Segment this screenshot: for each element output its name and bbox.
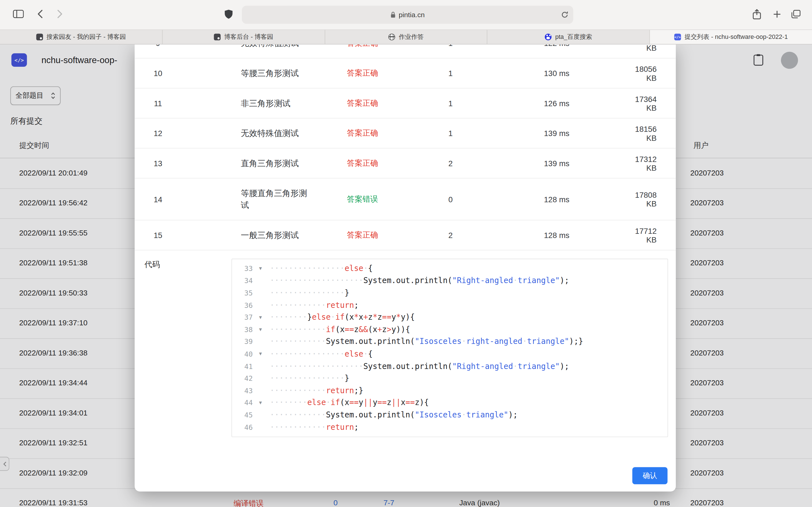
fold-arrow-icon[interactable]: ▾ (253, 350, 268, 357)
browser-tab[interactable]: 搜索园友 - 我的园子 - 博客园 (0, 30, 162, 44)
testcase-id: 15 (135, 231, 181, 239)
submission-detail-modal: 9 无效特殊值测试 答案正确 1 122 ms 18052 KB 10 等腰三角… (135, 45, 676, 492)
testcase-row: 15 一般三角形测试 答案正确 2 128 ms 17712 KB (135, 220, 676, 250)
plus-icon (773, 10, 781, 19)
lock-icon (391, 11, 396, 18)
testcase-id: 10 (135, 69, 181, 77)
code-text: ············return; (268, 422, 359, 432)
fold-arrow-icon[interactable]: ▾ (253, 399, 268, 406)
testcase-name: 无效特殊值测试 (181, 45, 311, 58)
chevron-right-icon (57, 9, 63, 20)
testcase-memory: 18056 KB (626, 64, 675, 82)
tab-favicon (674, 34, 681, 40)
code-text: ············System.out.println("Isoscele… (268, 410, 518, 419)
confirm-button[interactable]: 确认 (632, 467, 668, 485)
testcase-table: 9 无效特殊值测试 答案正确 1 122 ms 18052 KB 10 等腰三角… (135, 45, 676, 250)
testcase-memory: 18052 KB (626, 45, 675, 52)
testcase-time: 122 ms (487, 45, 627, 48)
code-text: ············return;} (268, 386, 363, 395)
back-button[interactable] (32, 7, 48, 22)
testcase-time: 139 ms (487, 129, 627, 137)
code-text: ····················System.out.println("… (268, 276, 569, 285)
sidebar-toggle-button[interactable] (10, 7, 26, 22)
testcase-row: 12 无效特殊值测试 答案正确 1 139 ms 18156 KB (135, 119, 676, 149)
line-number: 44 (232, 399, 253, 407)
code-line: 34 ····················System.out.printl… (232, 275, 668, 287)
tab-title: 博客后台 - 博客园 (224, 33, 273, 41)
browser-tab[interactable]: pta_百度搜索 (487, 30, 649, 44)
testcase-time: 126 ms (487, 99, 627, 108)
line-number: 35 (232, 289, 253, 297)
testcase-status: 答案正确 (311, 98, 414, 108)
code-viewer[interactable]: 33 ▾ ················else·{ 34 ·········… (232, 259, 668, 437)
browser-tab[interactable]: 提交列表 - nchu-software-oop-2022-1 (650, 30, 812, 44)
testcase-memory: 17712 KB (626, 226, 675, 244)
code-line: 43 ············return;} (232, 385, 668, 397)
fold-arrow-icon[interactable]: ▾ (253, 314, 268, 321)
tab-overview-button[interactable] (788, 7, 804, 22)
testcase-row: 9 无效特殊值测试 答案正确 1 122 ms 18052 KB (135, 45, 676, 59)
testcase-memory: 18156 KB (626, 124, 675, 142)
browser-tab[interactable]: 博客后台 - 博客园 (162, 30, 324, 44)
code-label: 代码 (144, 260, 160, 270)
code-text: ····················System.out.println("… (268, 361, 569, 371)
forward-button[interactable] (52, 7, 68, 22)
line-number: 33 (232, 264, 253, 272)
testcase-row: 11 非三角形测试 答案正确 1 126 ms 17364 KB (135, 89, 676, 119)
code-text: ················else·{ (268, 349, 372, 358)
fold-arrow-icon[interactable]: ▾ (253, 326, 268, 333)
testcase-score: 0 (414, 195, 487, 204)
line-number: 36 (232, 301, 253, 309)
line-number: 42 (232, 374, 253, 382)
testcase-memory: 17312 KB (626, 154, 675, 172)
testcase-status: 答案正确 (311, 128, 414, 138)
tab-title: 搜索园友 - 我的园子 - 博客园 (47, 33, 126, 41)
tab-favicon (214, 34, 220, 40)
browser-toolbar: pintia.cn (0, 0, 812, 30)
line-number: 45 (232, 411, 253, 419)
share-button[interactable] (749, 7, 764, 22)
tab-overview-icon (792, 10, 801, 20)
testcase-score: 1 (414, 69, 487, 77)
browser-window: pintia.cn 搜索园友 - 我的园子 - 博客园 博客后台 - 博客园 作… (0, 0, 812, 507)
tab-favicon (545, 34, 552, 40)
tab-favicon (36, 34, 43, 40)
browser-tab[interactable]: 作业作答 (324, 30, 487, 44)
address-bar[interactable]: pintia.cn (242, 6, 573, 24)
privacy-shield-button[interactable] (220, 7, 236, 22)
reload-button[interactable] (561, 11, 569, 19)
testcase-name: 无效特殊值测试 (181, 119, 311, 148)
testcase-time: 128 ms (487, 195, 627, 204)
url-text: pintia.cn (399, 11, 424, 19)
code-text: ················else·{ (268, 264, 372, 273)
testcase-time: 139 ms (487, 159, 627, 168)
tab-bar: 搜索园友 - 我的园子 - 博客园 博客后台 - 博客园 作业作答 pta_百度… (0, 30, 812, 45)
page-content: nchu-software-oop- 全部题目 所有提交 提交时间 用户 202… (0, 45, 812, 507)
testcase-id: 9 (135, 45, 181, 48)
reload-icon (561, 12, 569, 20)
testcase-status: 答案正确 (311, 158, 414, 168)
line-number: 38 (232, 325, 253, 334)
code-line: 45 ············System.out.println("Isosc… (232, 409, 668, 421)
testcase-status: 答案正确 (311, 68, 414, 78)
testcase-score: 1 (414, 99, 487, 108)
code-line: 35 ················} (232, 287, 668, 299)
line-number: 39 (232, 337, 253, 346)
testcase-status: 答案正确 (311, 230, 414, 240)
testcase-time: 128 ms (487, 231, 627, 239)
testcase-name: 等腰直角三角形测试 (181, 179, 311, 220)
testcase-name: 直角三角形测试 (181, 149, 311, 178)
testcase-score: 2 (414, 231, 487, 239)
fold-arrow-icon[interactable]: ▾ (253, 265, 268, 272)
chevron-left-icon (37, 9, 43, 20)
line-number: 34 (232, 277, 253, 285)
testcase-row: 13 直角三角形测试 答案正确 2 139 ms 17312 KB (135, 149, 676, 179)
new-tab-button[interactable] (769, 7, 784, 22)
line-number: 41 (232, 362, 253, 370)
testcase-score: 2 (414, 159, 487, 168)
code-text: ············System.out.println("Isoscele… (268, 337, 583, 346)
code-line: 33 ▾ ················else·{ (232, 262, 668, 274)
line-number: 43 (232, 386, 253, 395)
code-text: ········}else·if(x*x+z*z==y*y){ (268, 313, 415, 322)
code-line: 36 ············return; (232, 299, 668, 311)
